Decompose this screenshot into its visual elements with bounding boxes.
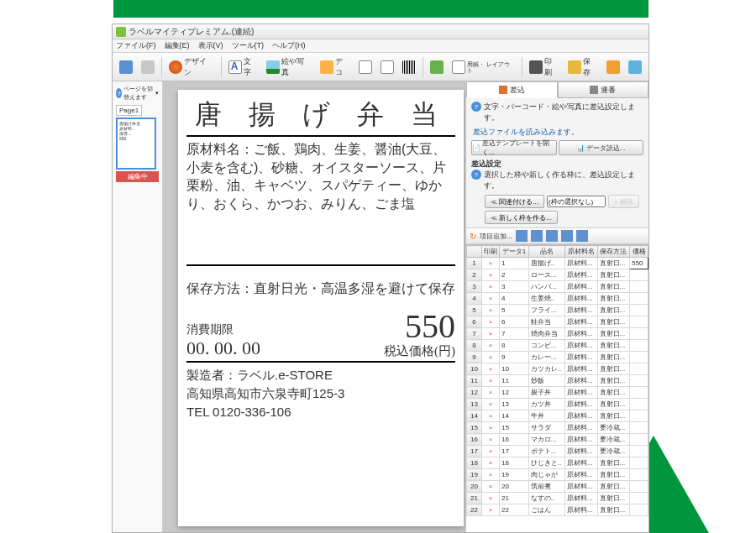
- align-button[interactable]: [427, 56, 447, 78]
- print-cell[interactable]: ×: [482, 305, 500, 316]
- print-cell[interactable]: ×: [482, 493, 500, 504]
- ingredient-cell[interactable]: 原材料...: [565, 410, 598, 422]
- price-cell[interactable]: [630, 269, 648, 281]
- data1-cell[interactable]: 11: [500, 375, 529, 387]
- table-row[interactable]: 10 × 10 カツカレ.. 原材料... 直射日...: [467, 363, 648, 375]
- col-header[interactable]: 保存方法: [597, 246, 630, 258]
- col-header[interactable]: 印刷: [482, 246, 500, 258]
- undo-button[interactable]: [138, 56, 158, 78]
- save-file-button[interactable]: 保存: [564, 56, 601, 78]
- menu-file[interactable]: ファイル(F): [116, 40, 156, 51]
- help-icon[interactable]: ?: [471, 170, 481, 180]
- col-header[interactable]: 価格: [630, 246, 648, 258]
- release-button[interactable]: × 解除: [608, 195, 639, 208]
- row-number[interactable]: 19: [467, 469, 482, 481]
- ingredient-cell[interactable]: 原材料...: [565, 328, 598, 340]
- name-cell[interactable]: ポテト...: [528, 446, 564, 457]
- storage-cell[interactable]: 直射日...: [597, 328, 630, 340]
- print-cell[interactable]: ×: [482, 375, 500, 387]
- tab-merge[interactable]: 差込: [466, 81, 558, 98]
- tab-sequence[interactable]: 連番: [558, 81, 649, 98]
- storage-cell[interactable]: 直射日...: [597, 316, 630, 328]
- name-cell[interactable]: ごはん: [528, 504, 564, 516]
- table-row[interactable]: 15 × 15 サラダ 原材料... 要冷蔵...: [467, 422, 648, 434]
- storage-cell[interactable]: 直射日...: [597, 375, 630, 387]
- print-cell[interactable]: ×: [482, 293, 500, 305]
- menu-edit[interactable]: 編集(E): [165, 40, 190, 51]
- storage-cell[interactable]: 直射日...: [597, 281, 630, 293]
- ingredient-cell[interactable]: 原材料...: [565, 363, 598, 375]
- storage-cell[interactable]: 直射日...: [597, 387, 630, 399]
- price-cell[interactable]: [630, 328, 648, 340]
- label-title[interactable]: 唐 揚 げ 弁 当: [186, 97, 455, 137]
- label-document[interactable]: 唐 揚 げ 弁 当 原材料名：ご飯、鶏肉、生姜、醤油(大豆、小麦を含む)、砂糖、…: [178, 90, 464, 526]
- storage-cell[interactable]: 直射日...: [597, 481, 630, 493]
- page-thumbnail[interactable]: 唐揚げ弁当原材料...保存...550: [116, 118, 156, 170]
- table-row[interactable]: 3 × 3 ハンバ... 原材料... 直射日...: [467, 281, 648, 293]
- data1-cell[interactable]: 7: [500, 328, 529, 340]
- price-cell[interactable]: 550: [630, 258, 648, 269]
- data1-cell[interactable]: 18: [500, 457, 529, 469]
- col-header[interactable]: 品名: [528, 246, 564, 258]
- storage-cell[interactable]: 要冷蔵...: [597, 422, 630, 434]
- print-cell[interactable]: ×: [482, 422, 500, 434]
- storage-cell[interactable]: 要冷蔵...: [597, 434, 630, 446]
- name-cell[interactable]: 炒飯: [528, 375, 564, 387]
- chevron-down-icon[interactable]: ▾: [155, 90, 159, 97]
- deco-button[interactable]: デコ: [317, 56, 354, 78]
- grid-tool-icon[interactable]: [516, 230, 528, 242]
- grid-tool-icon[interactable]: [576, 230, 588, 242]
- data1-cell[interactable]: 19: [500, 469, 529, 481]
- price-cell[interactable]: [630, 446, 648, 457]
- name-cell[interactable]: カツカレ..: [528, 363, 564, 375]
- name-cell[interactable]: 焼肉弁当: [528, 328, 564, 340]
- price-cell[interactable]: [630, 399, 648, 410]
- table-row[interactable]: 6 × 6 鮭弁当 原材料... 直射日...: [467, 316, 648, 328]
- data1-cell[interactable]: 1: [500, 258, 529, 269]
- row-number[interactable]: 17: [467, 446, 482, 457]
- print-cell[interactable]: ×: [482, 352, 500, 363]
- storage-cell[interactable]: 直射日...: [597, 340, 630, 352]
- label-storage[interactable]: 保存方法：直射日光・高温多湿を避けて保存: [186, 280, 455, 298]
- table-row[interactable]: 9 × 9 カレー... 原材料... 直射日...: [467, 352, 648, 363]
- storage-cell[interactable]: 直射日...: [597, 363, 630, 375]
- print-cell[interactable]: ×: [482, 410, 500, 422]
- grid-tool-icon[interactable]: [561, 230, 573, 242]
- storage-cell[interactable]: 直射日...: [597, 293, 630, 305]
- ingredient-cell[interactable]: 原材料...: [565, 316, 598, 328]
- ingredient-cell[interactable]: 原材料...: [565, 422, 598, 434]
- storage-cell[interactable]: 直射日...: [597, 305, 630, 316]
- frame-select-input[interactable]: [547, 196, 606, 207]
- print-cell[interactable]: ×: [482, 363, 500, 375]
- storage-cell[interactable]: 要冷蔵...: [597, 446, 630, 457]
- price-cell[interactable]: [630, 387, 648, 399]
- print-cell[interactable]: ×: [482, 446, 500, 457]
- print-cell[interactable]: ×: [482, 328, 500, 340]
- print-button[interactable]: 印刷: [526, 56, 563, 78]
- table-button[interactable]: [377, 56, 397, 78]
- table-row[interactable]: 7 × 7 焼肉弁当 原材料... 直射日...: [467, 328, 648, 340]
- col-header[interactable]: [467, 246, 482, 258]
- price-cell[interactable]: [630, 481, 648, 493]
- price-cell[interactable]: [630, 493, 648, 504]
- row-number[interactable]: 8: [467, 340, 482, 352]
- name-cell[interactable]: ひじきと..: [528, 457, 564, 469]
- name-cell[interactable]: 親子丼: [528, 387, 564, 399]
- table-row[interactable]: 1 × 1 唐揚げ.. 原材料... 直射日... 550: [467, 258, 648, 269]
- table-row[interactable]: 17 × 17 ポテト... 原材料... 要冷蔵...: [467, 446, 648, 457]
- label-ingredients[interactable]: 原材料名：ご飯、鶏肉、生姜、醤油(大豆、小麦を含む)、砂糖、オイスターソース、片…: [186, 140, 455, 266]
- name-cell[interactable]: ハンバ...: [528, 281, 564, 293]
- add-item-button[interactable]: 項目追加...: [480, 232, 512, 241]
- row-number[interactable]: 2: [467, 269, 482, 281]
- col-header[interactable]: 原材料名: [565, 246, 598, 258]
- storage-cell[interactable]: 直射日...: [597, 399, 630, 410]
- ingredient-cell[interactable]: 原材料...: [565, 387, 598, 399]
- menu-view[interactable]: 表示(V): [198, 40, 223, 51]
- data1-cell[interactable]: 9: [500, 352, 529, 363]
- storage-cell[interactable]: 直射日...: [597, 493, 630, 504]
- row-number[interactable]: 20: [467, 481, 482, 493]
- grid-tool-icon[interactable]: [531, 230, 543, 242]
- price-cell[interactable]: [630, 434, 648, 446]
- data1-cell[interactable]: 2: [500, 269, 529, 281]
- label-manufacturer[interactable]: 製造者：ラベル.e-STORE 高知県高知市六泉寺町125-3 TEL 0120…: [186, 366, 455, 421]
